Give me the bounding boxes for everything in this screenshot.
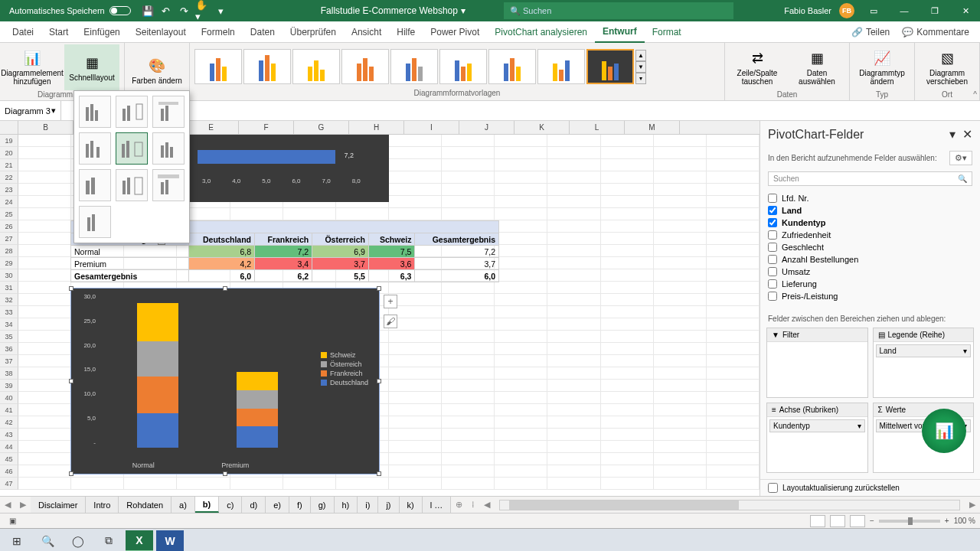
select-data-button[interactable]: ▦Daten auswählen xyxy=(789,44,844,90)
field-item[interactable]: Lieferung xyxy=(768,278,977,290)
document-title[interactable]: Fallstudie E-Commerce Webshop▾ xyxy=(321,5,466,16)
layout-option-2[interactable] xyxy=(116,96,148,128)
row-header[interactable]: 39 xyxy=(0,380,18,392)
sheet-tab[interactable]: f) xyxy=(289,497,311,513)
search-taskbar-icon[interactable]: 🔍 xyxy=(34,530,61,552)
sheet-tab[interactable]: Rohdaten xyxy=(119,497,172,513)
row-header[interactable]: 36 xyxy=(0,343,18,355)
sheet-tab[interactable]: j) xyxy=(378,497,399,513)
sheet-tab[interactable]: a) xyxy=(172,497,195,513)
field-item[interactable]: Land xyxy=(768,204,977,217)
column-header[interactable]: F xyxy=(239,121,294,134)
add-chart-element-button[interactable]: 📊 Diagrammelement hinzufügen xyxy=(5,44,60,90)
tab-powerpivot[interactable]: Power Pivot xyxy=(423,21,487,43)
user-avatar[interactable]: FB xyxy=(839,3,854,18)
layout-option-6[interactable] xyxy=(152,132,185,165)
sheet-tab[interactable]: e) xyxy=(266,497,289,513)
record-macro-icon[interactable]: ▣ xyxy=(9,517,16,525)
zoom-level[interactable]: 100 % xyxy=(954,517,975,525)
area-legend[interactable]: ▤Legende (Reihe) Land▾ xyxy=(873,328,975,398)
field-item[interactable]: Umsatz xyxy=(768,266,977,278)
search-box[interactable]: 🔍 Suchen xyxy=(504,2,733,19)
field-item[interactable]: Geschlecht xyxy=(768,241,977,253)
sheet-tab[interactable]: d) xyxy=(242,497,266,513)
chart-style-thumb[interactable] xyxy=(439,49,487,84)
chart-style-thumb[interactable] xyxy=(243,49,291,84)
field-item[interactable]: Kundentyp xyxy=(768,217,977,229)
save-icon[interactable]: 💾 xyxy=(140,3,155,18)
layout-option-3[interactable] xyxy=(152,96,185,128)
word-taskbar-icon[interactable]: W xyxy=(156,530,184,552)
chart-style-thumb[interactable] xyxy=(292,49,340,84)
tab-hilfe[interactable]: Hilfe xyxy=(389,21,423,43)
mini-bar-chart[interactable]: 7,2 3,04,05,06,07,08,0 xyxy=(190,135,389,202)
row-header[interactable]: 21 xyxy=(0,159,18,171)
sheet-tab[interactable]: c) xyxy=(219,497,242,513)
change-chart-type-button[interactable]: 📈Diagrammtyp ändern xyxy=(854,44,910,90)
close-icon[interactable]: ✕ xyxy=(954,0,977,21)
row-header[interactable]: 33 xyxy=(0,306,18,318)
row-header[interactable]: 29 xyxy=(0,257,18,269)
row-header[interactable]: 42 xyxy=(0,416,18,429)
change-colors-button[interactable]: 🎨 Farben ändern xyxy=(129,48,185,94)
zoom-out-icon[interactable]: − xyxy=(870,517,874,525)
switch-row-col-button[interactable]: ⇄Zeile/Spalte tauschen xyxy=(730,44,785,90)
area-item-land[interactable]: Land▾ xyxy=(876,344,972,357)
share-button[interactable]: 🔗 Teilen xyxy=(845,27,896,37)
zoom-in-icon[interactable]: + xyxy=(945,517,949,525)
row-header[interactable]: 45 xyxy=(0,453,18,465)
chart-style-thumb[interactable] xyxy=(194,49,242,84)
row-header[interactable]: 37 xyxy=(0,355,18,367)
normal-view-icon[interactable] xyxy=(810,515,825,527)
layout-option-9[interactable] xyxy=(152,169,185,201)
touch-icon[interactable]: ✋▾ xyxy=(195,3,211,18)
chart-style-thumb[interactable] xyxy=(341,49,389,84)
sheet-tab[interactable]: h) xyxy=(335,497,358,513)
more-icon[interactable]: ▾ xyxy=(214,3,229,18)
row-header[interactable]: 27 xyxy=(0,233,18,245)
toggle-switch-icon[interactable] xyxy=(109,6,131,15)
row-header[interactable]: 40 xyxy=(0,392,18,404)
page-break-view-icon[interactable] xyxy=(850,515,865,527)
row-header[interactable]: 44 xyxy=(0,441,18,453)
column-header[interactable]: K xyxy=(514,121,570,134)
layout-option-10[interactable] xyxy=(79,206,111,238)
maximize-icon[interactable]: ❐ xyxy=(923,0,946,21)
tab-seitenlayout[interactable]: Seitenlayout xyxy=(128,21,194,43)
row-header[interactable]: 38 xyxy=(0,367,18,380)
horizontal-scrollbar[interactable] xyxy=(499,500,960,510)
sheet-tab[interactable]: g) xyxy=(311,497,335,513)
scroll-left-icon[interactable]: ◀ xyxy=(479,500,495,510)
dropdown-icon[interactable]: ▾ xyxy=(51,106,56,116)
task-view-icon[interactable]: ⧉ xyxy=(95,530,122,552)
column-header[interactable]: J xyxy=(459,121,514,134)
cortana-icon[interactable]: ◯ xyxy=(64,530,92,552)
tab-daten[interactable]: Daten xyxy=(243,21,283,43)
fields-search-input[interactable]: Suchen🔍 xyxy=(768,171,972,186)
field-list[interactable]: Lfd. Nr.LandKundentypZufriedenheitGeschl… xyxy=(768,192,977,307)
scroll-right-icon[interactable]: ▶ xyxy=(965,500,980,510)
row-header[interactable]: 46 xyxy=(0,465,18,478)
row-header[interactable]: 35 xyxy=(0,331,18,343)
pivot-chart[interactable]: 30,025,020,015,010,05,0- SchweizÖsterrei… xyxy=(70,288,380,474)
row-header[interactable]: 47 xyxy=(0,478,18,490)
row-header[interactable]: 26 xyxy=(0,220,18,233)
column-header[interactable]: L xyxy=(570,121,625,134)
tab-formeln[interactable]: Formeln xyxy=(194,21,243,43)
column-header[interactable]: H xyxy=(349,121,404,134)
excel-taskbar-icon[interactable]: X xyxy=(126,530,153,552)
sheet-tab[interactable]: l … xyxy=(423,497,452,513)
chart-style-thumb[interactable] xyxy=(390,49,438,84)
tab-nav-next-icon[interactable]: ▶ xyxy=(15,500,31,510)
row-header[interactable]: 31 xyxy=(0,282,18,294)
chart-style-thumb-selected[interactable] xyxy=(586,49,634,84)
user-name[interactable]: Fabio Basler xyxy=(784,6,831,15)
field-item[interactable]: Anzahl Bestellungen xyxy=(768,253,977,266)
layout-option-5-hovered[interactable] xyxy=(116,132,148,165)
row-header[interactable]: 20 xyxy=(0,147,18,159)
area-item-kundentyp[interactable]: Kundentyp▾ xyxy=(769,419,865,432)
zoom-slider[interactable] xyxy=(879,520,940,523)
minimize-icon[interactable]: — xyxy=(893,0,916,21)
layout-option-8[interactable] xyxy=(116,169,148,201)
sheet-tab[interactable]: b) xyxy=(195,497,219,513)
